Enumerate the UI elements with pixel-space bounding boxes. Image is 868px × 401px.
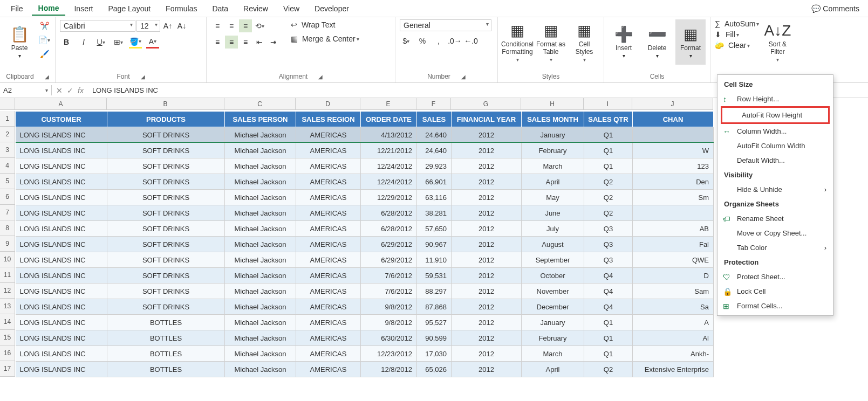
merge-center-button[interactable]: ▦ Merge & Center	[288, 33, 363, 44]
cell[interactable]: 7/6/2012	[361, 268, 417, 284]
col-header-F[interactable]: F	[416, 98, 451, 110]
table-row[interactable]: LONG ISLANDS INCSOFT DRINKSMichael Jacks…	[16, 268, 714, 284]
cell[interactable]: AMERICAS	[296, 330, 361, 346]
cell[interactable]: 38,281	[417, 205, 452, 221]
menu-format-cells[interactable]: ⊞Format Cells...	[717, 299, 833, 313]
menu-rename-sheet[interactable]: 🏷Rename Sheet	[717, 211, 833, 226]
table-row[interactable]: LONG ISLANDS INCSOFT DRINKSMichael Jacks…	[16, 174, 714, 190]
cell[interactable]: LONG ISLANDS INC	[16, 127, 107, 143]
menu-view[interactable]: View	[277, 2, 306, 15]
table-header[interactable]: ORDER DATE	[361, 112, 417, 127]
cell[interactable]: LONG ISLANDS INC	[16, 299, 107, 315]
cell[interactable]: April	[522, 174, 584, 190]
cell[interactable]: 24,640	[417, 143, 452, 158]
menu-protect-sheet[interactable]: 🛡Protect Sheet...	[717, 269, 833, 284]
cell[interactable]: SOFT DRINKS	[107, 221, 225, 237]
align-top-button[interactable]: ≡	[211, 19, 224, 32]
table-header[interactable]: SALES MONTH	[522, 112, 584, 127]
row-header-2[interactable]: 2	[0, 127, 15, 142]
cell[interactable]: Al	[633, 330, 714, 346]
number-format-select[interactable]: General	[400, 19, 491, 31]
cell[interactable]: 2012	[452, 127, 522, 143]
cell[interactable]: BOTTLES	[107, 346, 225, 362]
cell[interactable]: March	[522, 158, 584, 174]
cell[interactable]: 87,868	[417, 299, 452, 315]
cell[interactable]: 17,030	[417, 346, 452, 362]
increase-font-button[interactable]: A↑	[161, 19, 174, 32]
cell[interactable]: Michael Jackson	[225, 362, 296, 377]
cell[interactable]: Michael Jackson	[225, 330, 296, 346]
cut-button[interactable]: ✂️	[38, 19, 51, 32]
row-header-3[interactable]: 3	[0, 142, 15, 158]
row-header-6[interactable]: 6	[0, 189, 15, 205]
cell[interactable]: October	[522, 268, 584, 284]
col-header-E[interactable]: E	[360, 98, 416, 110]
cell[interactable]: 2012	[452, 143, 522, 158]
cell[interactable]: LONG ISLANDS INC	[16, 268, 107, 284]
menu-row-height[interactable]: ↕Row Height...	[717, 92, 833, 106]
cell[interactable]: BOTTLES	[107, 330, 225, 346]
cell[interactable]: Michael Jackson	[225, 205, 296, 221]
row-header-10[interactable]: 10	[0, 252, 15, 267]
font-size-select[interactable]: 12	[136, 20, 160, 32]
cell[interactable]: December	[522, 299, 584, 315]
cell[interactable]: May	[522, 190, 584, 205]
cell[interactable]: Q1	[584, 315, 633, 330]
cell[interactable]: 2012	[452, 362, 522, 377]
cell[interactable]: AMERICAS	[296, 346, 361, 362]
wrap-text-button[interactable]: ↩ Wrap Text	[288, 19, 363, 30]
cell[interactable]: SOFT DRINKS	[107, 127, 225, 143]
cell[interactable]: 57,650	[417, 221, 452, 237]
row-header-13[interactable]: 13	[0, 299, 15, 314]
cell[interactable]: LONG ISLANDS INC	[16, 284, 107, 299]
cell[interactable]: 2012	[452, 158, 522, 174]
cell[interactable]: BOTTLES	[107, 315, 225, 330]
table-row[interactable]: LONG ISLANDS INCBOTTLESMichael JacksonAM…	[16, 346, 714, 362]
cell[interactable]: Fal	[633, 237, 714, 252]
cell[interactable]: Q1	[584, 330, 633, 346]
cell[interactable]: Michael Jackson	[225, 143, 296, 158]
cell[interactable]: AMERICAS	[296, 174, 361, 190]
cell[interactable]: 9/8/2012	[361, 315, 417, 330]
italic-button[interactable]: I	[77, 36, 90, 49]
col-header-J[interactable]: J	[632, 98, 713, 110]
align-left-button[interactable]: ≡	[211, 36, 224, 49]
cell[interactable]: LONG ISLANDS INC	[16, 190, 107, 205]
format-cells-button[interactable]: ▦Format▾	[675, 19, 706, 65]
cell[interactable]: March	[522, 346, 584, 362]
cell[interactable]: Q3	[584, 221, 633, 237]
table-header[interactable]: FINANCIAL YEAR	[452, 112, 522, 127]
table-row[interactable]: LONG ISLANDS INCSOFT DRINKSMichael Jacks…	[16, 158, 714, 174]
cell[interactable]: 59,531	[417, 268, 452, 284]
col-header-G[interactable]: G	[451, 98, 521, 110]
cell[interactable]: AMERICAS	[296, 315, 361, 330]
cell[interactable]	[633, 127, 714, 143]
row-header-1[interactable]: 1	[0, 111, 15, 127]
cell[interactable]: Q2	[584, 362, 633, 377]
cell[interactable]: Michael Jackson	[225, 190, 296, 205]
table-row[interactable]: LONG ISLANDS INCSOFT DRINKSMichael Jacks…	[16, 284, 714, 299]
cell[interactable]: AMERICAS	[296, 362, 361, 377]
cell[interactable]: LONG ISLANDS INC	[16, 346, 107, 362]
cell[interactable]: Ankh-	[633, 346, 714, 362]
cell[interactable]: LONG ISLANDS INC	[16, 174, 107, 190]
fill-color-button[interactable]: 🪣	[129, 36, 142, 49]
cell[interactable]: 2012	[452, 237, 522, 252]
cell[interactable]: February	[522, 330, 584, 346]
cell[interactable]: 12/23/2012	[361, 346, 417, 362]
table-row[interactable]: LONG ISLANDS INCSOFT DRINKSMichael Jacks…	[16, 252, 714, 268]
table-header[interactable]: SALES REGION	[296, 112, 361, 127]
col-header-A[interactable]: A	[15, 98, 107, 110]
cell[interactable]: 9/8/2012	[361, 299, 417, 315]
cell[interactable]: AMERICAS	[296, 237, 361, 252]
conditional-formatting-button[interactable]: ▦Conditional Formatting	[502, 19, 532, 65]
cell[interactable]: 2012	[452, 299, 522, 315]
cell[interactable]: June	[522, 205, 584, 221]
row-header-11[interactable]: 11	[0, 267, 15, 283]
cell[interactable]: August	[522, 237, 584, 252]
copy-button[interactable]: 📄	[38, 33, 51, 46]
cell[interactable]: BOTTLES	[107, 362, 225, 377]
cell[interactable]: SOFT DRINKS	[107, 237, 225, 252]
cell[interactable]: SOFT DRINKS	[107, 252, 225, 268]
cell[interactable]: 24,640	[417, 127, 452, 143]
